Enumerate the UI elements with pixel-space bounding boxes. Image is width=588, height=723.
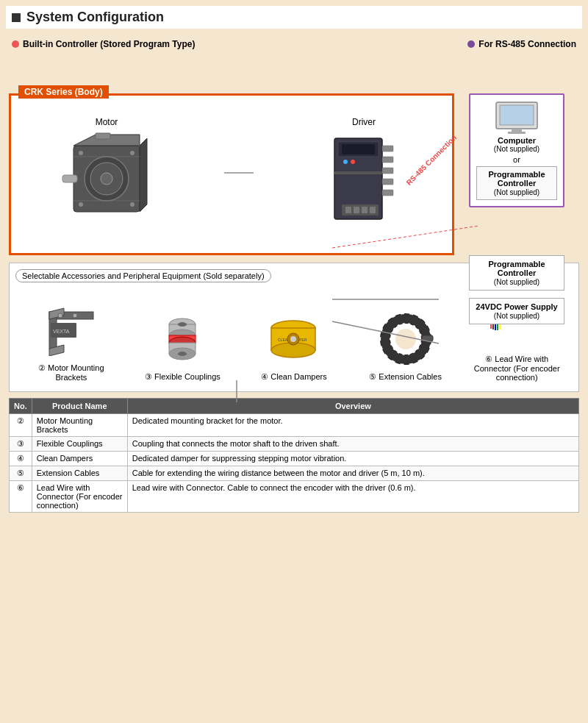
page-header: System Configuration xyxy=(6,6,582,29)
computer-not-supplied: (Not supplied) xyxy=(476,145,557,153)
svg-point-55 xyxy=(178,352,187,356)
section-labels: Built-in Controller (Stored Program Type… xyxy=(9,39,579,49)
acc-item-cables: ⑤ Extension Cables xyxy=(362,310,450,382)
accessories-title: Selectable Accessories and Peripheral Eq… xyxy=(15,269,271,282)
svg-rect-34 xyxy=(370,207,376,213)
svg-rect-65 xyxy=(422,335,433,341)
table-cell-overview: Dedicated damper for suppressing steppin… xyxy=(127,452,578,466)
table-cell-overview: Lead wire with Connector. Cable to conne… xyxy=(127,481,578,513)
prog-ctrl-side-box: Programmable Controller (Not supplied) xyxy=(469,255,564,291)
acc-item-brackets: VEXTA ② Motor Mounting Brackets xyxy=(27,301,115,382)
table-cell-no: ④ xyxy=(10,452,32,466)
diagram-area: Computer (Not supplied) or Programmable … xyxy=(9,93,579,255)
svg-point-11 xyxy=(101,173,112,185)
svg-rect-24 xyxy=(382,146,393,152)
table-row: ⑥ Lead Wire with Connector (For encoder … xyxy=(10,481,579,513)
damper-label: ④ Clean Dampers xyxy=(250,372,338,382)
crk-label: CRK Series (Body) xyxy=(18,85,109,99)
leadwire-label: ⑥ Lead Wire with Connector (For encoder … xyxy=(473,355,561,382)
page-title: System Configuration xyxy=(26,10,164,25)
svg-rect-3 xyxy=(508,132,526,134)
table-cell-name: Lead Wire with Connector (For encoder co… xyxy=(32,481,127,513)
computer-icon xyxy=(495,101,539,133)
svg-point-15 xyxy=(79,202,83,207)
svg-point-54 xyxy=(178,322,187,327)
rs485-label: For RS-485 Connection xyxy=(467,39,576,49)
svg-rect-32 xyxy=(354,207,359,213)
bracket-label: ② Motor Mounting Brackets xyxy=(27,363,115,382)
svg-point-61 xyxy=(290,336,296,342)
svg-text:VEXTA: VEXTA xyxy=(53,329,70,334)
table-cell-no: ⑥ xyxy=(10,481,32,513)
table-cell-no: ② xyxy=(10,414,32,437)
or-text: or xyxy=(476,155,557,164)
acc-item-couplings: ③ Flexible Couplings xyxy=(138,310,226,382)
svg-point-23 xyxy=(351,160,355,164)
table-row: ④ Clean Dampers Dedicated damper for sup… xyxy=(10,452,579,466)
svg-marker-6 xyxy=(140,138,147,212)
coupling-label: ③ Flexible Couplings xyxy=(138,372,226,382)
rs485-top-box: Computer (Not supplied) or Programmable … xyxy=(469,93,564,207)
coupling-icon xyxy=(138,310,226,368)
cable-icon xyxy=(362,310,450,368)
svg-point-43 xyxy=(58,313,62,318)
rs485-dot xyxy=(467,40,475,48)
svg-point-22 xyxy=(343,160,348,164)
svg-rect-26 xyxy=(382,168,393,174)
table-cell-overview: Dedicated mounting bracket for the motor… xyxy=(127,414,578,437)
table-row: ⑤ Extension Cables Cable for extending t… xyxy=(10,466,579,481)
product-table: No. Product Name Overview ② Motor Mounti… xyxy=(9,398,579,513)
motor-graphic xyxy=(55,131,158,227)
table-header-overview: Overview xyxy=(127,399,578,414)
header-square-icon xyxy=(12,13,21,22)
table-header-no: No. xyxy=(10,399,32,414)
table-cell-overview: Coupling that connects the motor shaft t… xyxy=(127,437,578,452)
driver-graphic xyxy=(327,131,401,227)
svg-rect-1 xyxy=(500,105,534,125)
table-cell-overview: Cable for extending the wiring distance … xyxy=(127,466,578,481)
power-supply-side-box: 24VDC Power Supply (Not supplied) xyxy=(469,298,564,324)
builtin-label: Built-in Controller (Stored Program Type… xyxy=(12,39,195,49)
builtin-dot xyxy=(12,40,19,48)
svg-rect-2 xyxy=(512,129,522,132)
motor-driver-connector xyxy=(224,169,254,177)
motor-label: Motor xyxy=(48,117,165,127)
motor-container: Motor xyxy=(48,117,165,229)
driver-container: Driver xyxy=(312,117,415,229)
crk-series-box: CRK Series (Body) Motor xyxy=(9,93,454,255)
table-cell-name: Extension Cables xyxy=(32,466,127,481)
table-row: ② Motor Mounting Brackets Dedicated moun… xyxy=(10,414,579,437)
table-cell-name: Flexible Couplings xyxy=(32,437,127,452)
table-row: ③ Flexible Couplings Coupling that conne… xyxy=(10,437,579,452)
svg-rect-33 xyxy=(362,207,368,213)
main-content: Built-in Controller (Stored Program Type… xyxy=(6,36,582,516)
table-header-name: Product Name xyxy=(32,399,127,414)
svg-point-64 xyxy=(395,329,416,349)
cable-label: ⑤ Extension Cables xyxy=(362,372,450,382)
table-cell-no: ③ xyxy=(10,437,32,452)
rs485-prog-ctrl-box: Programmable Controller (Not supplied) xyxy=(476,166,557,200)
crk-inner: Motor xyxy=(18,107,445,239)
acc-item-dampers: CLEAN DAMPER ④ Clean Dampers xyxy=(250,310,338,382)
svg-rect-25 xyxy=(382,157,393,163)
table-cell-no: ⑤ xyxy=(10,466,32,481)
svg-rect-31 xyxy=(345,207,351,213)
svg-rect-17 xyxy=(96,133,110,139)
svg-point-44 xyxy=(73,313,77,318)
svg-rect-28 xyxy=(382,190,393,196)
svg-point-13 xyxy=(79,151,83,155)
table-cell-name: Clean Dampers xyxy=(32,452,127,466)
bracket-icon: VEXTA xyxy=(27,301,115,360)
damper-icon: CLEAN DAMPER xyxy=(250,310,338,368)
table-cell-name: Motor Mounting Brackets xyxy=(32,414,127,437)
driver-label: Driver xyxy=(312,117,415,127)
svg-point-14 xyxy=(130,151,135,155)
svg-rect-27 xyxy=(382,179,393,185)
svg-rect-21 xyxy=(342,144,375,154)
svg-rect-29 xyxy=(334,171,382,174)
right-boxes: Programmable Controller (Not supplied) 2… xyxy=(469,255,564,332)
svg-point-16 xyxy=(130,202,135,207)
svg-rect-12 xyxy=(62,175,77,182)
